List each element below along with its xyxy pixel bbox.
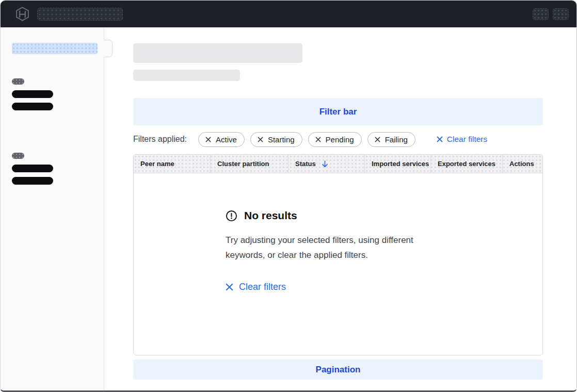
sidebar-section-2 <box>1 153 104 185</box>
hashicorp-logo-icon <box>15 7 29 21</box>
sidebar-item-placeholder[interactable] <box>12 90 53 98</box>
sidebar-section-title-placeholder <box>12 153 24 159</box>
main-content: Filter bar Filters applied: Active Start… <box>105 27 576 390</box>
filter-pill-label: Pending <box>326 135 354 144</box>
navbar-action-placeholder-1[interactable] <box>533 8 549 20</box>
filter-pill-pending[interactable]: Pending <box>308 132 362 147</box>
top-navbar <box>1 1 576 27</box>
column-header-peer-name[interactable]: Peer name <box>134 155 211 173</box>
sidebar-toggle-handle[interactable] <box>104 40 113 57</box>
empty-state: No results Try adjusting your selected f… <box>134 173 542 293</box>
peers-table: Peer name Cluster partition Status Impor… <box>133 154 543 355</box>
column-header-status[interactable]: Status <box>288 155 365 173</box>
alert-circle-icon <box>226 210 237 222</box>
filters-applied-label: Filters applied: <box>133 135 187 144</box>
pagination-banner: Pagination <box>133 360 543 380</box>
column-header-exported-services[interactable]: Exported services <box>431 155 503 173</box>
remove-filter-icon[interactable] <box>315 137 321 142</box>
filter-bar-label: Filter bar <box>319 107 357 117</box>
sidebar-item-placeholder[interactable] <box>12 103 53 110</box>
empty-state-description: Try adjusting your selected filters, usi… <box>226 233 448 263</box>
sidebar-item-placeholder[interactable] <box>12 177 53 185</box>
page-title-placeholder <box>133 43 302 63</box>
navbar-actions <box>533 8 569 20</box>
empty-state-title: No results <box>226 209 542 222</box>
filter-pill-failing[interactable]: Failing <box>367 132 415 147</box>
filter-pill-starting[interactable]: Starting <box>250 132 302 147</box>
filter-pill-active[interactable]: Active <box>198 132 245 147</box>
table-body: No results Try adjusting your selected f… <box>134 173 542 355</box>
remove-filter-icon[interactable] <box>258 137 263 142</box>
sidebar-nav <box>1 27 104 390</box>
column-header-imported-services[interactable]: Imported services <box>365 155 431 173</box>
applied-filters-row: Filters applied: Active Starting Pending <box>133 132 543 147</box>
filter-pill-label: Starting <box>268 135 295 144</box>
page-subtitle-placeholder <box>133 70 240 81</box>
filter-pill-label: Active <box>216 135 237 144</box>
clear-filters-label: Clear filters <box>447 135 487 144</box>
navbar-action-placeholder-2[interactable] <box>553 8 569 20</box>
table-header-row: Peer name Cluster partition Status Impor… <box>134 155 542 173</box>
app-window: Filter bar Filters applied: Active Start… <box>0 0 577 392</box>
sidebar-active-item-placeholder[interactable] <box>12 43 98 54</box>
empty-state-clear-filters-label: Clear filters <box>239 282 286 292</box>
filter-pill-label: Failing <box>385 135 408 144</box>
remove-filter-icon[interactable] <box>205 137 211 142</box>
x-icon <box>226 283 233 291</box>
pagination-label: Pagination <box>316 365 361 375</box>
sort-descending-icon <box>322 160 328 168</box>
sidebar-section-1 <box>1 78 104 110</box>
sidebar-item-placeholder[interactable] <box>12 165 53 172</box>
clear-filters-link[interactable]: Clear filters <box>437 135 487 144</box>
empty-state-clear-filters-link[interactable]: Clear filters <box>226 282 286 292</box>
column-header-cluster-partition[interactable]: Cluster partition <box>211 155 288 173</box>
global-search-placeholder[interactable] <box>37 8 123 21</box>
filter-bar-banner: Filter bar <box>133 98 543 125</box>
remove-filter-icon[interactable] <box>375 137 380 142</box>
sidebar-section-title-placeholder <box>12 78 24 85</box>
column-header-actions[interactable]: Actions <box>503 155 542 173</box>
x-icon <box>437 136 443 142</box>
